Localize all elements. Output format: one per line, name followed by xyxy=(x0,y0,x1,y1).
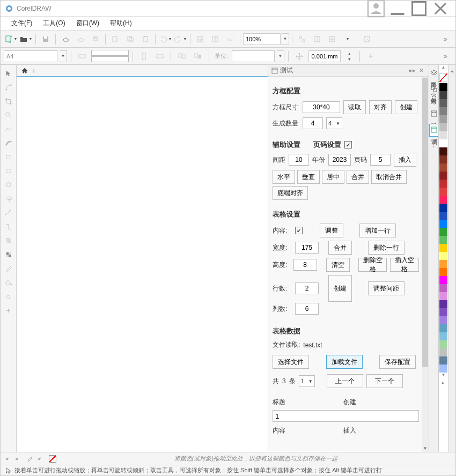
menu-tools[interactable]: 工具(O) xyxy=(38,19,70,28)
create2-button[interactable]: 创建 xyxy=(328,275,352,302)
merge-button[interactable]: 合并 xyxy=(347,170,369,184)
open-button[interactable]: ▼ xyxy=(19,32,33,46)
current-page-button[interactable] xyxy=(191,49,205,63)
canvas[interactable] xyxy=(17,77,268,452)
save-config-button[interactable]: 保存配置 xyxy=(379,355,416,369)
eyedropper-tool[interactable] xyxy=(2,262,15,275)
color-swatch[interactable] xyxy=(439,356,447,365)
tab-test[interactable]: 测试 xyxy=(429,124,439,137)
color-swatch[interactable] xyxy=(439,252,447,260)
snap-button[interactable] xyxy=(295,32,309,46)
color-swatch[interactable] xyxy=(439,292,447,300)
del-space-button[interactable]: 删除空格 xyxy=(358,258,387,272)
new-doc-button[interactable]: +▼ xyxy=(4,32,18,46)
palette-menu-icon[interactable]: ▸ xyxy=(439,380,448,388)
bottom-align-button[interactable]: 底端对齐 xyxy=(273,186,308,200)
pdf-button[interactable]: PDF xyxy=(223,32,237,46)
no-color-swatch[interactable] xyxy=(439,73,447,82)
page-prev-icon[interactable]: ◂ xyxy=(14,455,22,463)
title-input[interactable] xyxy=(273,410,419,422)
page-w-input[interactable] xyxy=(91,50,129,56)
export-button[interactable] xyxy=(208,32,222,46)
color-swatch[interactable] xyxy=(439,284,447,292)
color-swatch[interactable] xyxy=(439,260,447,268)
artistic-media-tool[interactable] xyxy=(2,137,15,150)
width-input[interactable] xyxy=(295,242,319,254)
color-swatch[interactable] xyxy=(439,300,447,308)
pick-tool[interactable] xyxy=(2,67,15,80)
portrait-button[interactable] xyxy=(137,49,151,63)
add-tool-button[interactable]: + xyxy=(2,304,15,317)
collapsed-arrow-icon[interactable]: ◂ xyxy=(451,68,453,74)
horiz-button[interactable]: 水平 xyxy=(273,170,295,184)
choose-file-button[interactable]: 选择文件 xyxy=(273,355,309,369)
pageno-checkbox[interactable]: ✔ xyxy=(344,141,352,148)
home-tab-icon[interactable] xyxy=(20,66,30,76)
dim-w-button[interactable] xyxy=(75,49,89,63)
insert-button[interactable]: 插入 xyxy=(394,153,416,167)
options-button[interactable]: ▼ xyxy=(340,32,354,46)
clear-button[interactable]: 清空 xyxy=(326,258,350,272)
next-button[interactable]: 下一个 xyxy=(366,374,403,388)
grid-button[interactable] xyxy=(325,32,339,46)
color-swatch[interactable] xyxy=(439,131,447,139)
gap-input[interactable] xyxy=(289,154,309,166)
add-tab-button[interactable]: + xyxy=(32,66,40,75)
launch-button[interactable] xyxy=(360,32,374,46)
load-file-button[interactable]: 加载文件 xyxy=(326,355,363,369)
shape-tool[interactable] xyxy=(2,81,15,94)
pageno-input[interactable] xyxy=(370,154,391,166)
cols-input[interactable] xyxy=(295,303,319,315)
unmerge-button[interactable]: 取消合并 xyxy=(371,170,407,184)
doc-no-color-swatch[interactable] xyxy=(49,455,56,463)
color-swatch[interactable] xyxy=(439,324,447,332)
connector-tool[interactable] xyxy=(2,220,15,233)
menu-window[interactable]: 窗口(W) xyxy=(71,19,105,28)
docker-menu-icon[interactable]: ▸▸ xyxy=(408,66,417,75)
year-input[interactable] xyxy=(328,154,351,166)
color-swatch[interactable] xyxy=(439,268,447,276)
overflow-button[interactable]: » xyxy=(438,49,452,63)
center-button[interactable]: 居中 xyxy=(322,170,344,184)
color-swatch[interactable] xyxy=(439,91,447,99)
color-swatch[interactable] xyxy=(439,212,447,220)
import-button[interactable] xyxy=(193,32,207,46)
polygon-tool[interactable] xyxy=(2,178,15,191)
tab-layers[interactable]: 图层 xyxy=(429,67,439,80)
palette-up-icon[interactable]: ▲ xyxy=(439,65,448,72)
color-swatch[interactable] xyxy=(439,332,447,340)
rows-input[interactable] xyxy=(295,282,319,294)
color-swatch[interactable] xyxy=(439,204,447,212)
content-checkbox[interactable]: ✔ xyxy=(295,227,303,234)
color-swatch[interactable] xyxy=(439,123,447,131)
redo-button[interactable]: ▼ xyxy=(173,32,187,46)
del-row-button[interactable]: 删除一行 xyxy=(368,241,404,255)
freehand-tool[interactable] xyxy=(2,123,15,136)
undo-button[interactable]: ▼ xyxy=(158,32,172,46)
minimize-button[interactable] xyxy=(387,1,408,16)
create-button[interactable]: 创建 xyxy=(395,100,417,114)
cut-button[interactable] xyxy=(108,32,122,46)
color-swatch[interactable] xyxy=(439,308,447,316)
guides-button[interactable] xyxy=(310,32,324,46)
box-size-input[interactable] xyxy=(303,101,340,113)
align-button[interactable]: 对齐 xyxy=(369,100,392,114)
page-size-select[interactable]: A4 xyxy=(4,50,57,62)
vert-button[interactable]: 垂直 xyxy=(297,170,320,184)
ellipse-tool[interactable] xyxy=(2,165,15,177)
cloud-button[interactable] xyxy=(58,32,72,46)
height-input[interactable] xyxy=(293,259,317,271)
units-select[interactable] xyxy=(232,50,275,62)
color-swatch[interactable] xyxy=(439,115,447,123)
page-h-input[interactable] xyxy=(91,56,129,62)
color-swatch[interactable] xyxy=(439,340,447,348)
color-swatch[interactable] xyxy=(439,147,447,155)
gen-count-dropdown[interactable]: 4▼ xyxy=(326,117,342,129)
all-pages-button[interactable] xyxy=(175,49,189,63)
menu-help[interactable]: 帮助(H) xyxy=(105,19,137,28)
transparency-tool[interactable] xyxy=(2,248,15,261)
add-preset-button[interactable]: + xyxy=(364,49,378,63)
zoom-input[interactable]: 100% xyxy=(243,33,281,45)
text-tool[interactable]: 字 xyxy=(2,192,15,205)
zoom-tool[interactable] xyxy=(2,109,15,122)
